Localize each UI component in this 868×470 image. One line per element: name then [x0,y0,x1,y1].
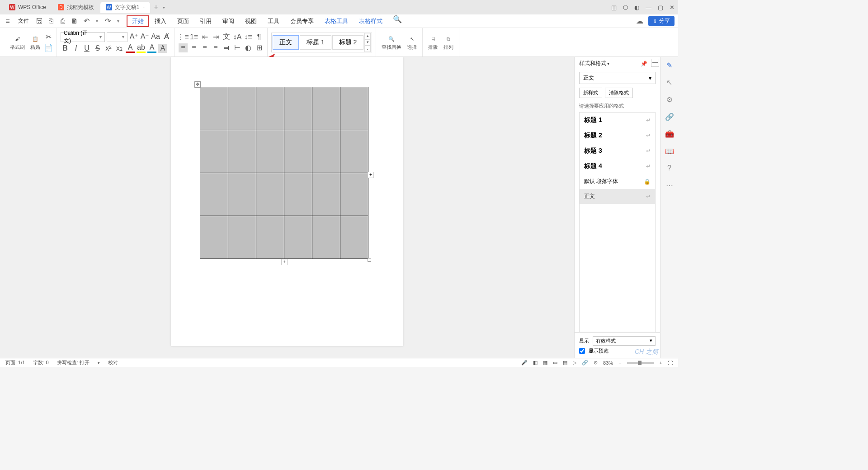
tab-template[interactable]: D 找稻壳模板 [52,2,99,13]
font-name-select[interactable]: Calibri (正文) [61,32,105,42]
style-item-h3[interactable]: 标题 3↵ [580,143,655,159]
decrease-indent-icon[interactable]: ⇤ [200,33,209,42]
search-icon[interactable]: 🔍 [393,15,401,24]
tab-document[interactable]: W 文字文稿1 · [100,2,151,13]
align-justify-icon[interactable]: ≡ [211,43,220,52]
text-direction-icon[interactable]: 文 [222,33,231,42]
close-button[interactable]: ✕ [670,4,675,11]
view-web-icon[interactable]: ▭ [553,360,557,366]
tab-menu-dropdown[interactable]: ▾ [161,5,167,10]
minimize-button[interactable]: — [646,4,651,11]
share-button[interactable]: ⇪ 分享 [648,16,675,26]
increase-font-icon[interactable]: A⁺ [129,32,138,41]
table-resize-handle[interactable] [368,258,371,262]
subscript-icon[interactable]: x₂ [115,44,124,53]
style-body[interactable]: 正文 [273,35,299,50]
style-gallery-more[interactable]: ▴▾⌄ [364,33,371,52]
clear-format-button[interactable]: 清除格式 [605,88,633,98]
line-spacing-icon[interactable]: ↕≡ [244,33,253,42]
increase-indent-icon[interactable]: ⇥ [211,33,220,42]
style-item-h1[interactable]: 标题 1↵ [580,113,655,128]
save-icon[interactable]: 🖫 [35,17,43,25]
style-item-h2[interactable]: 标题 2↵ [580,128,655,143]
tab-stop-icon[interactable]: ⊢ [233,43,242,52]
tab-page[interactable]: 页面 [172,15,194,27]
qat-customize[interactable]: ▾ [115,19,121,24]
more-icon[interactable]: ⋯ [665,181,674,190]
align-center-icon[interactable]: ≡ [189,43,198,52]
print-preview-icon[interactable]: 🗎 [71,17,79,25]
file-menu[interactable]: 文件 [15,16,32,26]
style-item-h4[interactable]: 标题 4↵ [580,159,655,174]
mic-icon[interactable]: 🎤 [521,360,528,366]
redo-icon[interactable]: ↷ [104,17,112,25]
tab-tools[interactable]: 工具 [262,15,285,27]
attach-icon[interactable]: 🔗 [582,360,588,366]
tab-wps-office[interactable]: W WPS Office [4,2,52,12]
table-move-handle[interactable]: ✥ [194,81,201,88]
text-effect-icon[interactable]: A [147,44,156,53]
font-size-select[interactable] [107,32,127,42]
preview-checkbox[interactable] [579,348,585,354]
zoom-slider[interactable] [627,362,654,364]
border-icon[interactable]: ⊞ [255,43,264,52]
bullet-list-icon[interactable]: ⋮≡ [179,33,188,42]
bold-icon[interactable]: B [61,44,70,53]
page-count[interactable]: 页面: 1/1 [5,359,25,366]
decrease-font-icon[interactable]: A⁻ [140,32,149,41]
toolbox-icon[interactable]: 🧰 [665,129,674,138]
panel-collapse-button[interactable]: — [651,59,659,67]
show-marks-icon[interactable]: ¶ [255,33,264,42]
word-count[interactable]: 字数: 0 [33,359,48,366]
tab-close-icon[interactable]: · [143,4,145,11]
tab-home[interactable]: 开始 [127,15,149,27]
tab-reference[interactable]: 引用 [194,15,217,27]
link-icon[interactable]: 🔗 [665,112,674,121]
document-table[interactable]: ✥ + + [200,87,368,259]
style-item-default-font[interactable]: 默认 段落字体🔒 [580,174,655,189]
arrange-button[interactable]: ⧉ 排列 [442,33,455,52]
undo-dropdown[interactable]: ▾ [94,19,100,24]
format-brush-button[interactable]: 🖌 格式刷 [8,33,27,52]
style-heading2[interactable]: 标题 2 [332,35,364,50]
avatar-icon[interactable]: ◐ [634,4,639,11]
tab-insert[interactable]: 插入 [149,15,172,27]
help-icon[interactable]: ? [665,164,674,173]
cube-icon[interactable]: ⬡ [623,4,628,11]
underline-icon[interactable]: U [82,44,91,53]
edit-icon[interactable]: ✎ [665,61,674,70]
find-replace-button[interactable]: 🔍 查找替换 [380,33,403,52]
new-style-button[interactable]: 新样式 [579,88,602,98]
char-shading-icon[interactable]: A [158,44,167,53]
display-select[interactable]: 有效样式▾ [593,336,656,346]
view-print-icon[interactable]: ▦ [543,360,547,366]
copy-icon[interactable]: 📄 [44,43,53,52]
add-row-handle[interactable]: + [281,259,288,265]
strikethrough-icon[interactable]: S̶ [93,44,102,53]
cut-icon[interactable]: ✂ [44,33,53,42]
superscript-icon[interactable]: x² [104,44,113,53]
fullscreen-icon[interactable]: ⛶ [668,360,673,366]
pin-icon[interactable]: 📌 [641,61,647,67]
tab-table-style[interactable]: 表格样式 [354,15,388,27]
distribute-icon[interactable]: ⫤ [222,43,231,52]
menu-icon[interactable]: ≡ [4,17,12,25]
zoom-in-icon[interactable]: + [660,360,662,366]
undo-icon[interactable]: ↶ [82,17,90,25]
cloud-icon[interactable]: ☁ [636,17,644,25]
document-area[interactable]: ✥ + + [0,57,574,358]
zoom-value[interactable]: 83% [603,360,613,366]
number-list-icon[interactable]: 1≡ [189,33,198,42]
tab-view[interactable]: 视图 [240,15,262,27]
focus-icon[interactable]: ⊙ [594,360,598,366]
tab-review[interactable]: 审阅 [217,15,240,27]
highlight-icon[interactable]: ab [137,44,146,53]
view-outline-icon[interactable]: ▤ [563,360,567,366]
sort-icon[interactable]: ↕A [233,33,242,42]
change-case-icon[interactable]: Aa [151,32,160,41]
select-tool-icon[interactable]: ↖ [665,78,674,87]
layout-button[interactable]: ⌸ 排版 [426,33,440,52]
zoom-out-icon[interactable]: − [618,360,621,366]
current-style-select[interactable]: 正文 ▾ [579,72,656,84]
shading-icon[interactable]: ◐ [244,43,253,52]
